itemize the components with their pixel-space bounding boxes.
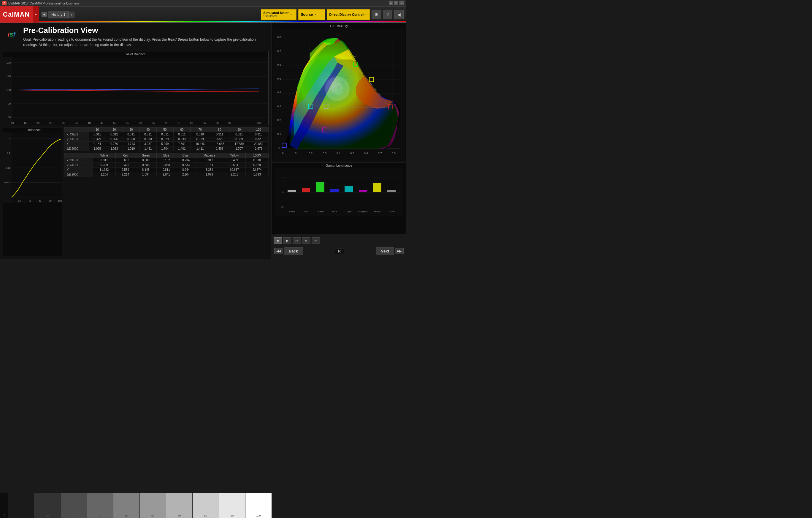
toolbar-tabs: ◀ History 1 + — [41, 6, 75, 23]
color-cell-1-7: 0.329 — [246, 163, 269, 167]
svg-rect-117 — [330, 189, 339, 192]
close-button[interactable]: ✕ — [400, 1, 404, 5]
svg-text:55: 55 — [126, 121, 129, 125]
svg-text:-5: -5 — [281, 206, 284, 209]
gray-cell-2-6: 10.446 — [190, 142, 210, 146]
maximize-button[interactable]: □ — [394, 1, 398, 5]
luminance-chart: Luminance 1 0.1 0.01 0.0 — [3, 127, 62, 256]
gray-cell-2-0: 0.184 — [89, 142, 106, 146]
gt-header-30: 30 — [122, 128, 140, 132]
ddc-button[interactable]: Direct Display Control ▼ — [327, 9, 370, 20]
color-cell-0-7: 0.310 — [246, 158, 269, 163]
meter-label: Simulated Meter — [264, 11, 289, 15]
next-arrow-button[interactable]: ▶▶ — [395, 248, 404, 254]
undo-button[interactable]: ↩ — [312, 237, 320, 244]
svg-text:0: 0 — [282, 152, 284, 155]
gray-cell-3-7: 1.406 — [210, 146, 229, 151]
source-button[interactable]: Source ▼ — [298, 9, 325, 20]
gray-cell-1-6: 0.329 — [190, 137, 210, 142]
gt-header-80: 80 — [210, 128, 229, 132]
simulated-meter-button[interactable]: Simulated Meter Simulated ▼ — [261, 9, 296, 20]
step-button[interactable]: ⏭ — [293, 237, 301, 244]
nav-back-button[interactable]: ◀ — [41, 12, 47, 17]
ct-header-magenta: Magenta — [196, 153, 223, 158]
svg-text:0.3: 0.3 — [323, 152, 326, 155]
gray-cell-2-2: 1.743 — [122, 142, 140, 146]
back-button[interactable]: Back — [284, 247, 303, 255]
back-panel-button[interactable]: ◀ — [394, 10, 404, 19]
gray-cell-2-8: 17.680 — [229, 142, 249, 146]
gray-cell-3-2: 1.019 — [122, 146, 140, 151]
svg-text:60: 60 — [139, 121, 142, 125]
rgb-chart-area: 120 110 100 90 80 10 15 20 25 30 35 40 4… — [3, 57, 268, 125]
gray-cell-0-3: 0.311 — [140, 132, 156, 137]
gray-cell-1-9: 0.329 — [249, 137, 269, 142]
svg-text:0.8: 0.8 — [392, 152, 396, 155]
svg-text:Magenta: Magenta — [358, 210, 368, 213]
color-cell-1-6: 0.504 — [223, 163, 246, 167]
cie-svg: 0.8 0.7 0.6 0.5 0.4 0.3 0.2 0.1 0 0 0.1 … — [272, 29, 406, 161]
svg-text:60: 60 — [38, 199, 41, 202]
right-panel: CIE 1931 xy — [271, 23, 406, 259]
gray-cell-3-0: 1.025 — [89, 146, 106, 151]
gt-header-40: 40 — [140, 128, 156, 132]
gray-cell-3-8: 1.707 — [229, 146, 249, 151]
next-button[interactable]: Next — [376, 247, 394, 255]
gray-row-label-0: x: CIE31 — [64, 132, 89, 137]
ddc-dropdown-arrow: ▼ — [365, 13, 367, 16]
svg-text:45: 45 — [100, 121, 103, 125]
color-row-label-0: x: CIE31 — [64, 158, 93, 163]
luminance-title: Luminance — [3, 128, 62, 132]
source-dropdown-arrow: ▼ — [314, 13, 316, 16]
gt-header-50: 50 — [156, 128, 173, 132]
main-toolbar: CalMAN ▼ ◀ History 1 + Simulated Meter S… — [0, 6, 406, 23]
svg-text:15: 15 — [24, 121, 27, 125]
content-header: isf Pre-Calibration View Goal: Pre-calib… — [3, 26, 269, 48]
svg-text:0.01: 0.01 — [6, 167, 10, 169]
svg-text:1: 1 — [9, 137, 10, 140]
logo-dropdown[interactable]: ▼ — [33, 6, 39, 23]
history-tab-label: History 1 — [51, 12, 65, 17]
help-button[interactable]: ? — [383, 10, 393, 19]
history-tab[interactable]: History 1 — [48, 11, 68, 19]
gray-cell-1-4: 0.329 — [156, 137, 173, 142]
gt-header-70: 70 — [190, 128, 210, 132]
gray-cell-2-1: 0.736 — [106, 142, 122, 146]
settings-button[interactable]: ⚙ — [372, 10, 381, 19]
svg-rect-118 — [345, 186, 353, 192]
svg-text:65: 65 — [152, 121, 155, 125]
svg-text:75: 75 — [177, 121, 180, 125]
toolbar-right: Simulated Meter Simulated ▼ Source ▼ Dir… — [261, 9, 406, 20]
svg-text:0.001: 0.001 — [4, 181, 10, 184]
svg-rect-114 — [288, 190, 296, 192]
svg-text:0: 0 — [279, 146, 280, 149]
gray-row-label-3: ΔE 2000 — [64, 146, 89, 151]
svg-text:0.1: 0.1 — [295, 152, 299, 155]
gray-row-label-2: Y — [64, 142, 89, 146]
stop-button[interactable]: ■ — [273, 237, 282, 244]
color-cell-2-0: 11.982 — [93, 167, 116, 172]
svg-text:5: 5 — [282, 176, 284, 179]
svg-rect-115 — [302, 188, 310, 192]
rgb-balance-chart: RGB Balance 120 — [3, 51, 269, 125]
prev-arrow-button[interactable]: ◀◀ — [274, 248, 283, 254]
color-cell-3-5: 1.079 — [196, 172, 223, 177]
color-cell-2-3: 0.811 — [156, 167, 176, 172]
rgb-balance-title: RGB Balance — [3, 51, 268, 57]
color-cell-3-0: 1.254 — [93, 172, 116, 177]
svg-text:80: 80 — [190, 121, 193, 125]
add-tab-button[interactable]: + — [68, 11, 75, 18]
loop-button[interactable]: ∞ — [302, 237, 311, 244]
svg-text:Cyan: Cyan — [346, 210, 352, 213]
minimize-button[interactable]: ─ — [389, 1, 393, 5]
svg-rect-120 — [373, 183, 381, 192]
svg-text:0.3: 0.3 — [277, 105, 281, 108]
color-cell-1-5: 0.154 — [196, 163, 223, 167]
svg-text:20: 20 — [36, 121, 39, 125]
color-cell-1-1: 0.326 — [115, 163, 135, 167]
color-cell-3-4: 2.204 — [176, 172, 196, 177]
play-button[interactable]: ▶ — [283, 237, 291, 244]
gray-cell-0-6: 0.310 — [190, 132, 210, 137]
meter-sub: Simulated — [264, 15, 289, 18]
svg-text:100: 100 — [58, 199, 62, 202]
